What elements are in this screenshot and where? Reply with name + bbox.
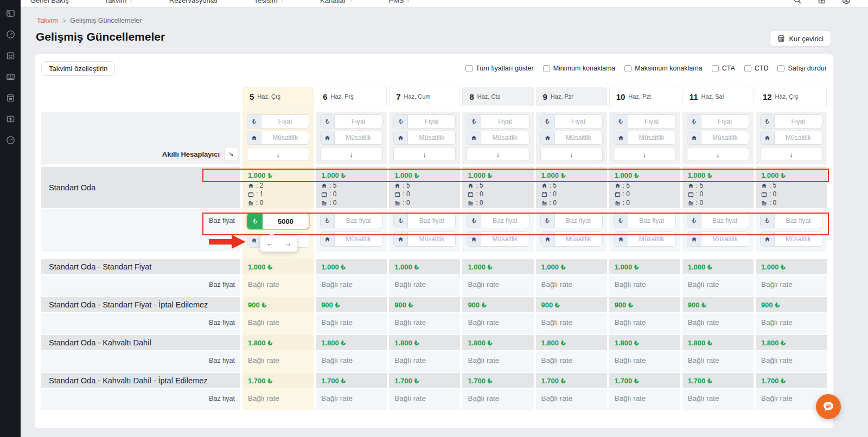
base-price-input[interactable]: Baz fiyat <box>481 214 528 228</box>
price-input[interactable]: Fiyat <box>335 115 382 128</box>
checkbox[interactable] <box>465 65 473 72</box>
linked-rate-value: Bağlı rate <box>462 275 533 296</box>
smart-calculator-button[interactable]: ↘ <box>224 147 238 161</box>
availability-input[interactable]: Müsaitlik <box>335 131 382 144</box>
price-input[interactable]: Fiyat <box>775 115 822 128</box>
chevron-down-icon: ⌄ <box>129 0 133 3</box>
house-icon <box>688 183 694 189</box>
day-number: 10 <box>616 92 626 101</box>
availability-group: Müsaitlik <box>540 131 603 145</box>
nav-item-label: Rezervasyonlar <box>169 0 218 4</box>
nav-item-1[interactable]: Takvim⌄ <box>105 0 133 4</box>
blocked-stat-value: : 0 <box>476 199 483 207</box>
availability-input[interactable]: Müsaitlik <box>555 131 602 144</box>
apply-down-button[interactable]: ↓ <box>393 147 456 161</box>
checkbox[interactable] <box>777 65 784 72</box>
apply-down-button[interactable]: ↓ <box>467 147 529 161</box>
price-input[interactable]: Fiyat <box>555 115 602 128</box>
base-price-cell-3: ₺Baz fiyatMüsaitlik <box>462 209 533 252</box>
currency-converter-button[interactable]: Kur çevirici <box>770 30 831 47</box>
filter-item-0[interactable]: Tüm fiyatları göster <box>465 65 534 72</box>
availability-input[interactable]: Müsaitlik <box>408 131 455 144</box>
base-price-input[interactable]: Baz fiyat <box>775 214 822 228</box>
nav-item-4[interactable]: Kanallar⌄ <box>320 0 353 4</box>
availability-input[interactable]: Müsaitlik <box>628 232 675 246</box>
checkbox[interactable] <box>543 65 550 72</box>
availability-input[interactable]: Müsaitlik <box>775 232 822 246</box>
filter-item-4[interactable]: CTD <box>744 65 769 72</box>
availability-input[interactable]: Müsaitlik <box>775 131 822 144</box>
support-chat-button[interactable] <box>816 394 841 419</box>
checkbox[interactable] <box>712 65 719 72</box>
nav-item-3[interactable]: Tesisim⌄ <box>254 0 284 4</box>
apply-down-button[interactable]: ↓ <box>247 147 309 161</box>
price-input[interactable]: Fiyat <box>408 115 455 128</box>
base-price-input[interactable]: Baz fiyat <box>701 214 749 228</box>
availability-input[interactable]: Müsaitlik <box>335 232 382 246</box>
availability-input[interactable]: Müsaitlik <box>408 232 455 246</box>
nav-item-2[interactable]: Rezervasyonlar <box>169 0 218 4</box>
filter-item-2[interactable]: Maksimum konaklama <box>624 65 702 72</box>
finance-icon[interactable] <box>5 114 15 124</box>
availability-input[interactable]: Müsaitlik <box>481 131 528 144</box>
checkbox[interactable] <box>744 65 751 72</box>
filter-item-5[interactable]: Satışı durdur <box>777 65 827 72</box>
availability-input[interactable]: Müsaitlik <box>701 232 749 246</box>
stepper-left-arrow[interactable]: ← <box>266 240 273 247</box>
performance-gauge-icon[interactable] <box>5 135 15 145</box>
user-account-icon[interactable] <box>842 0 851 4</box>
day-header-7: 12Haz, Çrş <box>756 87 827 106</box>
day-header-1: 6Haz, Prş <box>316 87 387 106</box>
availability-input[interactable]: Müsaitlik <box>628 131 675 144</box>
apply-down-button[interactable]: ↓ <box>760 147 822 161</box>
availability-group: Müsaitlik <box>614 232 676 247</box>
calendar-grid-icon[interactable] <box>5 72 15 81</box>
availability-group: Müsaitlik <box>614 131 676 145</box>
nav-item-5[interactable]: PMS⌄ <box>388 0 411 4</box>
availability-prefix-icon <box>761 131 775 144</box>
nav-item-0[interactable]: Genel Bakış <box>30 0 69 4</box>
reservations-stat: : 0 <box>321 190 381 198</box>
reservations-stat: : 0 <box>394 190 455 198</box>
filter-item-3[interactable]: CTA <box>712 65 735 72</box>
base-price-input[interactable]: Baz fiyat <box>408 214 455 228</box>
base-price-input[interactable]: Baz fiyat <box>555 214 602 228</box>
base-price-input[interactable]: Baz fiyat <box>628 214 675 228</box>
house-icon <box>541 183 547 189</box>
base-price-input[interactable]: Baz fiyat <box>335 214 382 228</box>
gift-box-icon[interactable] <box>818 0 826 4</box>
availability-input[interactable]: Müsaitlik <box>481 232 528 246</box>
top-navigation-bar: Genel BakışTakvim⌄RezervasyonlarTesisim⌄… <box>21 0 868 8</box>
rate-plan-base-row-3: Baz fiyatBağlı rateBağlı rateBağlı rateB… <box>41 389 827 410</box>
price-input[interactable]: Fiyat <box>701 115 749 128</box>
apply-down-button[interactable]: ↓ <box>687 147 749 161</box>
day-month-weekday: Haz, Sal <box>701 93 724 100</box>
price-input[interactable]: Fiyat <box>481 115 528 128</box>
currency-toggle-icon[interactable]: ₺ <box>247 214 263 229</box>
reservations-stat-value: : 0 <box>329 190 336 198</box>
breadcrumb-takvim[interactable]: Takvim <box>37 17 58 24</box>
apply-down-button[interactable]: ↓ <box>540 147 603 161</box>
cal-icon <box>394 191 400 197</box>
availability-input[interactable]: Müsaitlik <box>555 232 602 246</box>
sidebar-toggle-icon[interactable] <box>5 8 15 18</box>
reservations-list-icon[interactable] <box>5 93 15 102</box>
dashboard-gauge-icon[interactable] <box>5 29 15 39</box>
availability-input[interactable]: Müsaitlik <box>701 131 749 144</box>
filter-item-1[interactable]: Minimum konaklama <box>543 65 616 72</box>
blocked-stat: : 0 <box>541 198 602 207</box>
base-price-input[interactable]: 5000 <box>263 214 309 229</box>
checkbox[interactable] <box>624 65 631 72</box>
apply-down-button[interactable]: ↓ <box>614 147 676 161</box>
availability-input[interactable]: Müsaitlik <box>261 131 309 144</box>
availability-group: Müsaitlik <box>540 232 603 247</box>
price-input[interactable]: Fiyat <box>628 115 675 128</box>
customize-calendar-button[interactable]: Takvimi özelleştirin <box>41 61 115 76</box>
rate-plan-price: 1.800 ₺ <box>682 335 754 350</box>
stepper-right-arrow[interactable]: → <box>285 240 292 247</box>
base-price-group: ₺Baz fiyat <box>320 213 382 228</box>
calendar-icon[interactable] <box>5 50 15 60</box>
search-icon[interactable] <box>793 0 802 4</box>
price-input[interactable]: Fiyat <box>261 115 309 128</box>
apply-down-button[interactable]: ↓ <box>320 147 382 161</box>
